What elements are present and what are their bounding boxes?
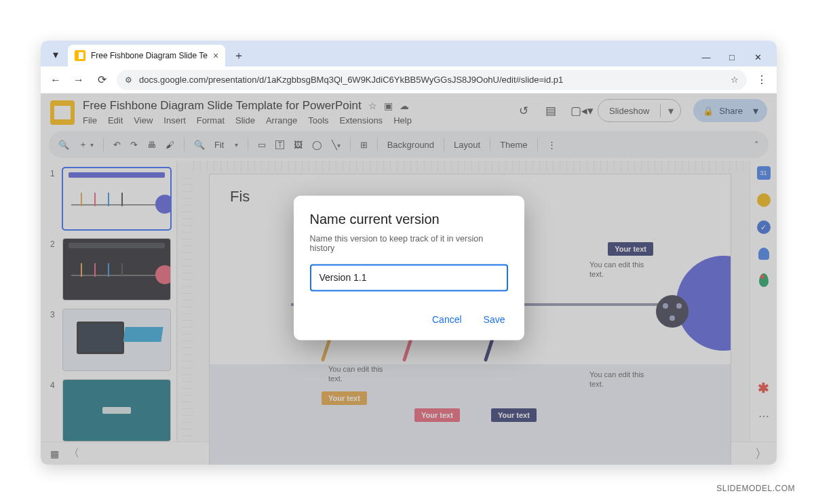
- site-settings-icon[interactable]: ⚙: [125, 75, 132, 85]
- close-window-icon[interactable]: ✕: [752, 52, 763, 62]
- minimize-icon[interactable]: —: [701, 52, 712, 62]
- back-icon[interactable]: ←: [47, 74, 64, 86]
- chrome-menu-icon[interactable]: ⋮: [754, 73, 770, 86]
- bookmark-star-icon[interactable]: ☆: [731, 75, 739, 85]
- forward-icon[interactable]: →: [71, 74, 87, 86]
- address-bar: ← → ⟳ ⚙ docs.google.com/presentation/d/1…: [41, 66, 777, 94]
- save-button[interactable]: Save: [481, 310, 508, 329]
- cancel-button[interactable]: Cancel: [429, 310, 465, 329]
- tabs-dropdown-icon[interactable]: ▾: [46, 45, 65, 64]
- reload-icon[interactable]: ⟳: [94, 73, 110, 86]
- window-controls: — □ ✕: [701, 52, 771, 62]
- name-version-dialog: Name current version Name this version t…: [294, 195, 524, 340]
- version-name-input[interactable]: [310, 264, 508, 291]
- tab-title: Free Fishbone Diagram Slide Te: [91, 51, 208, 60]
- browser-window: ▾ Free Fishbone Diagram Slide Te × ＋ — □…: [41, 41, 777, 465]
- browser-tab[interactable]: Free Fishbone Diagram Slide Te ×: [68, 45, 225, 66]
- close-tab-icon[interactable]: ×: [213, 50, 218, 61]
- new-tab-button[interactable]: ＋: [229, 46, 248, 65]
- omnibox[interactable]: ⚙ docs.google.com/presentation/d/1aKzgbb…: [117, 70, 747, 90]
- maximize-icon[interactable]: □: [726, 52, 737, 62]
- url-text: docs.google.com/presentation/d/1aKzgbbsg…: [139, 75, 724, 85]
- dialog-subtitle: Name this version to keep track of it in…: [310, 234, 508, 253]
- watermark: SLIDEMODEL.COM: [716, 484, 795, 493]
- tab-strip: ▾ Free Fishbone Diagram Slide Te × ＋ — □…: [41, 41, 777, 66]
- slides-favicon-icon: [75, 50, 85, 61]
- dialog-title: Name current version: [310, 212, 508, 227]
